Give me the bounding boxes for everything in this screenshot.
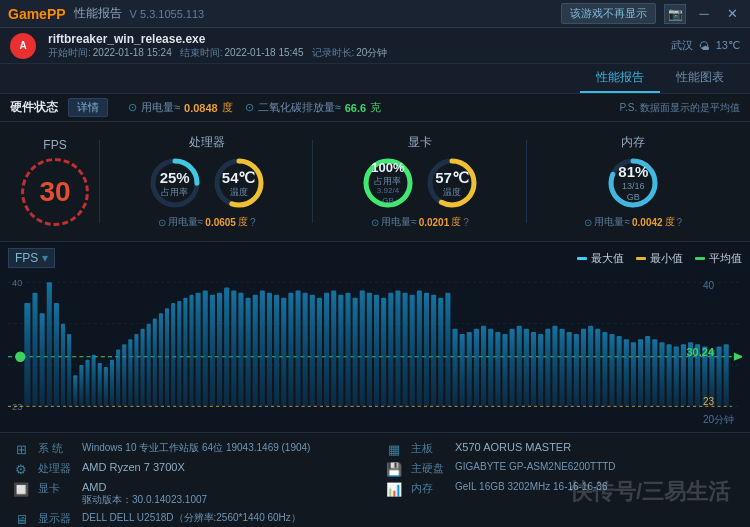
svg-rect-45 — [196, 293, 201, 407]
infobar: A riftbreaker_win_release.exe 开始时间:2022-… — [0, 28, 750, 64]
svg-rect-31 — [110, 360, 114, 406]
sysinfo: ⊞ 系 统 Windows 10 专业工作站版 64位 19043.1469 (… — [0, 432, 750, 527]
gpu-power-unit: 度 — [451, 215, 461, 229]
sysinfo-storage: 💾 主硬盘 GIGABYTE GP-ASM2NE6200TTTD — [385, 459, 738, 479]
os-icon: ⊞ — [12, 442, 30, 457]
storage-label: 主硬盘 — [411, 461, 447, 476]
chart-type-selector[interactable]: FPS ▾ — [8, 248, 55, 268]
svg-rect-105 — [624, 339, 629, 406]
mem-block: 内存 81% 13/16 GB ⊙ 用电量≈ 0.0042 度 — [527, 130, 740, 233]
svg-rect-88 — [502, 334, 507, 406]
svg-rect-37 — [147, 324, 151, 407]
mem-usage-label: 13/16 GB — [618, 181, 648, 203]
cpu-power-unit: 度 — [238, 215, 248, 229]
sysinfo-mobo: ▦ 主板 X570 AORUS MASTER — [385, 439, 738, 459]
weather-icon: 🌤 — [699, 40, 710, 52]
svg-rect-101 — [595, 329, 600, 406]
gpu-help-icon[interactable]: ? — [463, 217, 469, 228]
legend-min-label: 最小值 — [650, 251, 683, 266]
cpu-help-icon[interactable]: ? — [250, 217, 256, 228]
svg-rect-20 — [40, 313, 45, 406]
mem-usage-val: 81% — [618, 163, 648, 181]
svg-rect-64 — [331, 291, 336, 407]
svg-rect-50 — [231, 291, 236, 407]
svg-rect-80 — [445, 293, 450, 407]
gpu-block: 显卡 100% 占用率 3.92/4 GB — [313, 130, 526, 233]
time-label: 20分钟 — [703, 413, 734, 427]
ram-label: 内存 — [411, 481, 447, 496]
svg-rect-79 — [438, 298, 443, 406]
mem-help-icon[interactable]: ? — [677, 217, 683, 228]
gpu-usage-gauge: 100% 占用率 3.92/4 GB — [360, 155, 416, 211]
duration-label: 记录时长:20分钟 — [312, 46, 388, 60]
sysinfo-os: ⊞ 系 统 Windows 10 专业工作站版 64位 19043.1469 (… — [12, 439, 365, 459]
svg-rect-44 — [189, 295, 193, 407]
svg-point-120 — [15, 352, 25, 362]
svg-rect-66 — [345, 293, 350, 407]
legend-max: 最大值 — [577, 251, 624, 266]
power-unit: 度 — [222, 100, 233, 115]
svg-rect-34 — [128, 339, 132, 406]
svg-rect-62 — [317, 298, 322, 406]
display-icon: 🖥 — [12, 512, 30, 527]
gpu-power-row: ⊙ 用电量≈ 0.0201 度 ? — [371, 215, 469, 229]
mem-power-icon: ⊙ — [584, 217, 592, 228]
main-content: 硬件状态 详情 ⊙ 用电量≈ 0.0848 度 ⊙ 二氧化碳排放量≈ 66.6 … — [0, 94, 750, 527]
svg-rect-118 — [717, 346, 722, 406]
app-icon: A — [10, 33, 36, 59]
cpu-label: 处理器 — [38, 461, 74, 476]
cpu-power-value: 0.0605 — [205, 217, 236, 228]
svg-rect-93 — [538, 334, 543, 406]
hide-game-button[interactable]: 该游戏不再显示 — [561, 3, 656, 24]
cpu-temp-val: 54℃ — [222, 169, 256, 187]
svg-rect-41 — [171, 303, 175, 406]
svg-rect-30 — [104, 367, 108, 406]
minimize-button[interactable]: ─ — [694, 4, 714, 24]
location: 武汉 — [671, 38, 693, 53]
fps-chart: 40 23 — [8, 272, 742, 427]
chart-min-label: 23 — [703, 396, 714, 407]
svg-rect-61 — [310, 295, 315, 407]
svg-rect-67 — [353, 298, 358, 406]
svg-rect-108 — [645, 336, 650, 406]
titlebar: GamePP 性能报告 V 5.3.1055.113 该游戏不再显示 📷 ─ ✕ — [0, 0, 750, 28]
svg-rect-47 — [210, 295, 215, 407]
close-button[interactable]: ✕ — [722, 4, 742, 24]
svg-rect-65 — [338, 295, 343, 407]
svg-rect-87 — [495, 332, 500, 406]
power-value: 0.0848 — [184, 102, 218, 114]
svg-rect-42 — [177, 301, 181, 406]
svg-rect-26 — [79, 365, 83, 406]
svg-rect-75 — [410, 295, 415, 407]
legend-min-dot — [636, 257, 646, 260]
ps-note: P.S. 数据面显示的是平均值 — [620, 101, 740, 115]
fps-label: FPS — [43, 138, 66, 152]
legend-max-label: 最大值 — [591, 251, 624, 266]
mem-power-unit: 度 — [665, 215, 675, 229]
titlebar-right: 该游戏不再显示 📷 ─ ✕ — [561, 3, 742, 24]
svg-rect-103 — [609, 334, 614, 406]
mem-power-value: 0.0042 — [632, 217, 663, 228]
svg-rect-28 — [92, 355, 96, 407]
os-value: Windows 10 专业工作站版 64位 19043.1469 (1904) — [82, 441, 365, 455]
storage-icon: 💾 — [385, 462, 403, 477]
mobo-icon: ▦ — [385, 442, 403, 457]
carbon-unit: 克 — [370, 100, 381, 115]
gpu-vram: 3.92/4 GB — [371, 187, 404, 206]
hw-status-bar: 硬件状态 详情 ⊙ 用电量≈ 0.0848 度 ⊙ 二氧化碳排放量≈ 66.6 … — [0, 94, 750, 122]
svg-rect-85 — [481, 326, 486, 407]
chart-legend: 最大值 最小值 平均值 — [577, 251, 742, 266]
tab-performance-chart[interactable]: 性能图表 — [660, 64, 740, 93]
svg-marker-121 — [734, 353, 742, 361]
gpu-power-value: 0.0201 — [419, 217, 450, 228]
chart-controls: FPS ▾ 最大值 最小值 平均值 — [8, 248, 742, 268]
sysinfo-cpu: ⚙ 处理器 AMD Ryzen 7 3700X — [12, 459, 365, 479]
gpu-gauges: 100% 占用率 3.92/4 GB 57℃ 温度 — [360, 155, 480, 211]
detail-button[interactable]: 详情 — [68, 98, 108, 117]
gpu-brand-value: AMD — [82, 481, 207, 493]
os-label: 系 统 — [38, 441, 74, 456]
camera-button[interactable]: 📷 — [664, 4, 686, 24]
svg-rect-25 — [73, 375, 77, 406]
tab-performance-report[interactable]: 性能报告 — [580, 64, 660, 93]
svg-rect-106 — [631, 342, 636, 406]
